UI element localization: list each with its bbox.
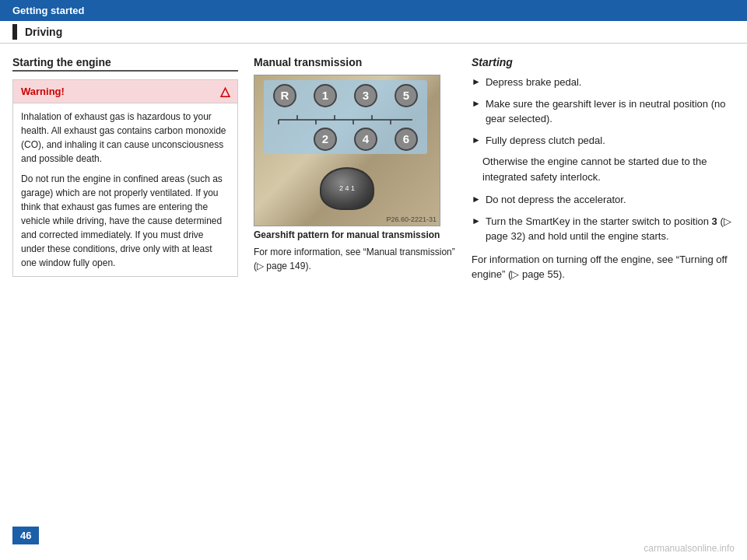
- gear-caption: Gearshift pattern for manual transmissio…: [254, 229, 456, 240]
- gear-top-row: R 1 3 5: [273, 84, 418, 107]
- footer-note: For information on turning off the engin…: [472, 252, 735, 282]
- main-content: Starting the engine Warning! △ Inhalatio…: [0, 44, 747, 282]
- gear-3: 3: [354, 84, 377, 107]
- gear-R: R: [273, 84, 296, 107]
- bullet-arrow-3: ►: [472, 133, 481, 149]
- gear-knob: 2 4 1: [320, 167, 374, 210]
- photo-credit: P26.60-2221-31: [386, 215, 437, 223]
- bullet-item-1: ► Depress brake pedal.: [472, 75, 735, 90]
- bullet-item-3: ► Fully depress clutch pedal.: [472, 133, 735, 149]
- bullet-text-2: Make sure the gearshift lever is in neut…: [486, 96, 735, 127]
- bullet-item-5: ► Turn the SmartKey in the starter switc…: [472, 214, 735, 244]
- bullet-item-4: ► Do not depress the accelerator.: [472, 192, 735, 208]
- header-title: Getting started: [12, 5, 84, 16]
- section-indicator: [12, 24, 17, 40]
- bullet-arrow-1: ►: [472, 75, 481, 90]
- gear-bottom-row: 2 4 6: [273, 128, 418, 151]
- warning-paragraph-2: Do not run the engine in confined areas …: [21, 172, 230, 270]
- page-number: 46: [12, 527, 39, 544]
- bullet-text-1: Depress brake pedal.: [486, 75, 735, 90]
- section-bar: Driving: [0, 21, 747, 44]
- bullet-arrow-5: ►: [472, 214, 481, 244]
- watermark: carmanualsonline.info: [644, 543, 735, 554]
- warning-paragraph-1: Inhalation of exhaust gas is hazardous t…: [21, 110, 230, 166]
- gear-description: For more information, see “Manual transm…: [254, 245, 456, 273]
- mid-col-title: Manual transmission: [254, 56, 456, 68]
- warning-label: Warning!: [21, 86, 65, 97]
- gear-1: 1: [314, 84, 337, 107]
- right-column: Starting ► Depress brake pedal. ► Make s…: [472, 56, 735, 282]
- gear-image: R 1 3 5: [254, 75, 440, 226]
- bullet-text-4: Do not depress the accelerator.: [486, 192, 735, 208]
- header-bar: Getting started: [0, 0, 747, 21]
- bullet-arrow-2: ►: [472, 96, 481, 127]
- warning-icon: △: [220, 84, 230, 99]
- bullet-item-2: ► Make sure the gearshift lever is in ne…: [472, 96, 735, 127]
- note-text: Otherwise the engine cannot be started d…: [482, 154, 735, 184]
- warning-body: Inhalation of exhaust gas is hazardous t…: [13, 103, 237, 276]
- gear-6: 6: [395, 128, 418, 151]
- gear-knob-label: 2 4 1: [339, 184, 355, 193]
- gear-2: 2: [314, 128, 337, 151]
- gear-lines-svg: [268, 115, 423, 124]
- bullet-arrow-4: ►: [472, 192, 481, 208]
- warning-box: Warning! △ Inhalation of exhaust gas is …: [12, 79, 238, 277]
- gear-4: 4: [354, 128, 377, 151]
- warning-header: Warning! △: [13, 80, 237, 103]
- left-col-title: Starting the engine: [12, 56, 238, 72]
- middle-column: Manual transmission R 1 3 5: [254, 56, 456, 282]
- gear-photo: R 1 3 5: [254, 75, 440, 226]
- bullet-text-3: Fully depress clutch pedal.: [486, 133, 735, 149]
- section-title: Driving: [25, 26, 62, 38]
- gear-schematic: R 1 3 5: [264, 80, 427, 154]
- bullet-text-5: Turn the SmartKey in the starter switch …: [486, 214, 735, 244]
- gear-5: 5: [395, 84, 418, 107]
- left-column: Starting the engine Warning! △ Inhalatio…: [12, 56, 238, 282]
- right-col-title: Starting: [472, 56, 735, 68]
